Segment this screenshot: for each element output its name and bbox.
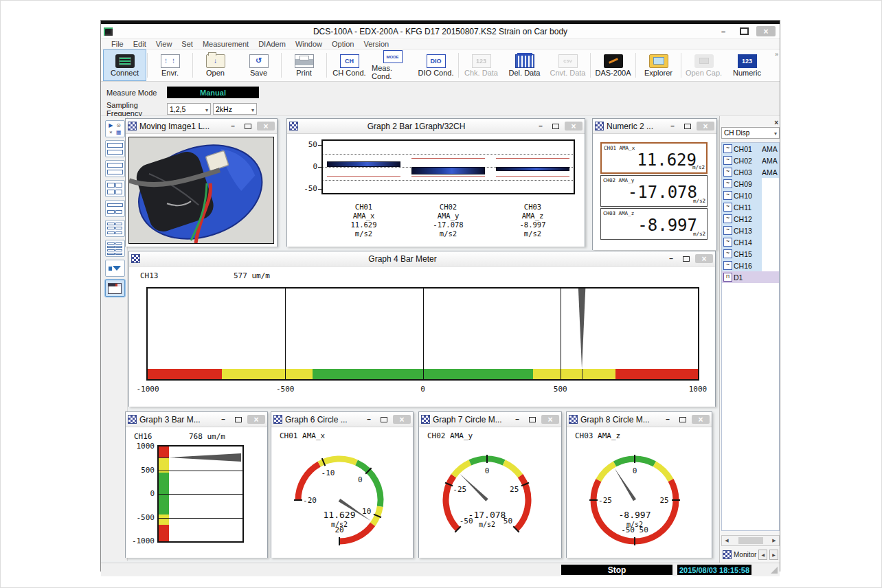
channel-display-select[interactable]: CH Disp — [721, 127, 780, 139]
title-bar[interactable]: DCS-100A - EDX-200A - KFG D17 20150807.K… — [101, 24, 780, 39]
tab-prev-icon[interactable]: ◀ — [758, 550, 767, 560]
close-icon[interactable] — [565, 122, 583, 131]
maximize-icon[interactable] — [680, 254, 692, 263]
channel-item-ch11[interactable]: ~CH11 — [722, 201, 779, 213]
toolbar-button-save[interactable]: Save — [237, 49, 280, 81]
channel-item-ch13[interactable]: ~CH13 — [722, 225, 779, 236]
palette-window-style-button[interactable] — [105, 280, 125, 297]
menu-item-view[interactable]: View — [151, 40, 177, 48]
channel-item-ch03[interactable]: ~CH03AMA — [722, 166, 779, 178]
toolbar-button-das-200a[interactable]: DAS-200A — [591, 49, 635, 81]
minimize-icon[interactable] — [534, 122, 547, 131]
tab-next-icon[interactable]: ▶ — [769, 550, 778, 560]
channel-item-ch01[interactable]: ~CH01AMA — [722, 143, 779, 155]
palette-layout-grid-2x4-button[interactable] — [105, 240, 125, 257]
minimize-icon[interactable] — [227, 122, 239, 131]
channel-item-ch14[interactable]: ~CH14 — [722, 236, 779, 248]
close-icon[interactable] — [756, 26, 776, 36]
maximize-icon[interactable] — [526, 415, 539, 424]
palette-layout-grid-2x3-button[interactable] — [105, 220, 125, 237]
menu-item-version[interactable]: Version — [359, 40, 394, 48]
horizontal-scrollbar[interactable]: ◀ ▶ — [721, 535, 780, 546]
panel-moving-image-titlebar[interactable]: Moving Image1 L... — [126, 119, 277, 134]
toolbar-button-open[interactable]: Open — [194, 49, 237, 81]
maximize-icon[interactable] — [378, 415, 390, 424]
close-icon[interactable] — [541, 415, 559, 424]
channel-item-ch09[interactable]: ~CH09 — [722, 178, 779, 190]
close-icon[interactable] — [393, 415, 411, 424]
menu-item-option[interactable]: Option — [327, 40, 359, 48]
waveform-icon: ~ — [723, 179, 732, 188]
numeric-cell-2[interactable]: CH02 AMA_y-17.078m/s2 — [600, 175, 708, 207]
layout-cell — [107, 170, 123, 174]
close-icon[interactable] — [697, 122, 714, 131]
panel-numeric2-titlebar[interactable]: Numeric 2 ... — [593, 119, 716, 134]
toolbar-overflow-chevron[interactable]: » — [775, 51, 778, 58]
channel-item-d1[interactable]: ΠD1 — [722, 271, 779, 283]
channel-item-ch10[interactable]: ~CH10 — [722, 190, 779, 201]
scroll-right-icon[interactable]: ▶ — [769, 538, 779, 543]
toolbar-button-del-data[interactable]: Del. Data — [503, 49, 546, 81]
palette-layout-2-rows-alt-button[interactable] — [105, 160, 125, 177]
zone-yellow — [222, 369, 313, 379]
toolbar-button-envr-[interactable]: Envr. — [148, 49, 192, 81]
palette-layout-grid-2x2-button[interactable] — [105, 180, 125, 197]
layout-cell — [115, 227, 122, 229]
channel-item-ch15[interactable]: ~CH15 — [722, 248, 779, 260]
sampling-rate-select[interactable]: 2kHz — [213, 103, 257, 115]
palette-display-tools-button[interactable]: ▶⊙×▦ — [105, 120, 125, 137]
minimize-icon[interactable] — [665, 254, 677, 263]
minimize-icon[interactable] — [511, 415, 523, 424]
close-icon[interactable] — [257, 122, 275, 131]
close-icon[interactable] — [692, 415, 710, 424]
close-icon[interactable] — [695, 254, 713, 263]
monitor-tab[interactable]: Monitor — [734, 551, 756, 558]
palette-export-capture-button[interactable] — [105, 260, 125, 277]
channel-item-ch16[interactable]: ~CH16 — [722, 260, 779, 271]
maximize-icon[interactable] — [736, 26, 752, 36]
layout-cell — [107, 246, 114, 248]
minimize-icon[interactable] — [662, 415, 674, 424]
numeric-cell-1[interactable]: CH01 AMA_x11.629m/s2 — [600, 142, 708, 174]
channel-item-ch02[interactable]: ~CH02AMA — [722, 155, 779, 166]
palette-layout-2-rows-button[interactable] — [105, 140, 125, 157]
panel-graph4-titlebar[interactable]: Graph 4 Bar Meter — [129, 251, 715, 267]
menu-item-window[interactable]: Window — [291, 40, 327, 48]
menu-item-diadem[interactable]: DIAdem — [253, 40, 291, 48]
panel-graph3-titlebar[interactable]: Graph 3 Bar M... — [126, 412, 267, 427]
menu-item-file[interactable]: File — [106, 40, 128, 48]
toolbar-button-meas-cond-[interactable]: MODEMeas. Cond. — [371, 49, 414, 81]
toolbar-button-connect[interactable]: Connect — [103, 49, 146, 81]
scrollbar-thumb[interactable] — [738, 537, 763, 544]
toolbar-button-numeric[interactable]: 123Numeric — [725, 49, 769, 81]
minimize-icon[interactable] — [363, 415, 375, 424]
maximize-icon[interactable] — [681, 122, 694, 131]
toolbar-button-explorer[interactable]: Explorer — [637, 49, 680, 81]
toolbar-button-ch-cond-[interactable]: CHCH Cond. — [328, 49, 371, 81]
maximize-icon[interactable] — [550, 122, 562, 131]
toolbar-button-label: DAS-200A — [596, 69, 631, 77]
close-icon[interactable] — [247, 415, 265, 424]
resize-grip[interactable] — [771, 567, 778, 574]
close-icon[interactable] — [774, 116, 778, 128]
minimize-icon[interactable] — [715, 26, 732, 36]
panel-graph7-titlebar[interactable]: Graph 7 Circle M... — [419, 412, 561, 427]
sampling-series-select[interactable]: 1,2,5 — [167, 103, 211, 115]
minimize-icon[interactable] — [666, 122, 679, 131]
minimize-icon[interactable] — [217, 415, 229, 424]
toolbar-button-print[interactable]: Print — [282, 49, 326, 81]
menu-item-measurement[interactable]: Measurement — [198, 40, 253, 48]
menu-item-edit[interactable]: Edit — [128, 40, 151, 48]
panel-graph2-titlebar[interactable]: Graph 2 Bar 1Graph/32CH — [287, 119, 585, 134]
panel-graph6-titlebar[interactable]: Graph 6 Circle ... — [271, 412, 413, 427]
maximize-icon[interactable] — [677, 415, 689, 424]
numeric-cell-3[interactable]: CH03 AMA_z-8.997m/s2 — [600, 208, 708, 240]
channel-item-ch12[interactable]: ~CH12 — [722, 213, 779, 225]
menu-item-set[interactable]: Set — [177, 40, 198, 48]
scroll-left-icon[interactable]: ◀ — [722, 538, 732, 543]
panel-graph8-titlebar[interactable]: Graph 8 Circle M... — [567, 412, 712, 427]
palette-layout-mixed-button[interactable] — [105, 200, 125, 217]
maximize-icon[interactable] — [242, 122, 254, 131]
toolbar-button-dio-cond-[interactable]: DIODIO Cond. — [414, 49, 457, 81]
maximize-icon[interactable] — [232, 415, 245, 424]
